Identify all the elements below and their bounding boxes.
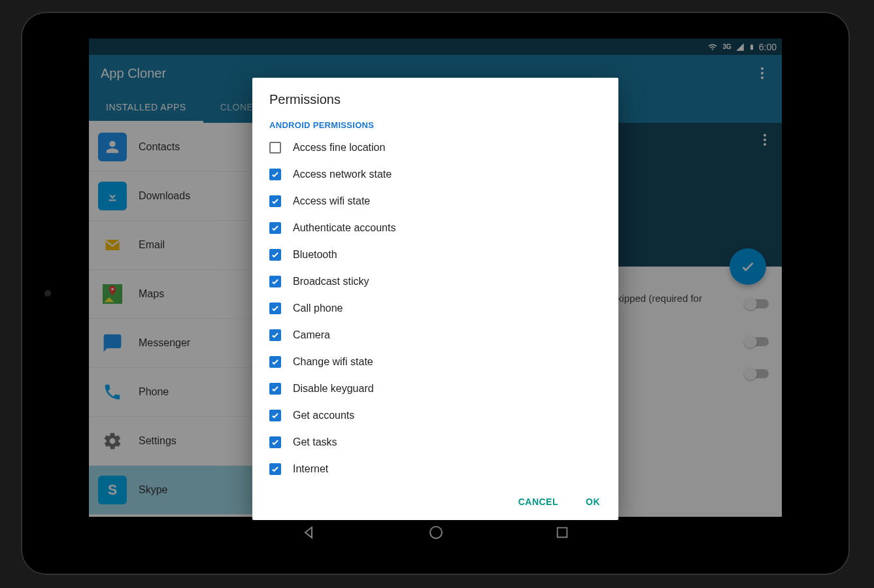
permission-row[interactable]: Access wifi state (269, 188, 601, 214)
check-icon (271, 304, 280, 313)
tablet-camera (44, 290, 51, 297)
permission-list[interactable]: Access fine locationAccess network state… (252, 130, 618, 485)
permission-label: Authenticate accounts (293, 222, 395, 234)
permission-label: Change wifi state (293, 356, 373, 368)
permission-row[interactable]: Camera (269, 321, 601, 348)
permission-label: Get tasks (293, 436, 337, 448)
ok-button[interactable]: OK (580, 493, 605, 511)
check-icon (271, 411, 280, 420)
permission-row[interactable]: Change wifi state (269, 348, 601, 375)
permission-row[interactable]: Disable keyguard (269, 375, 601, 402)
permission-label: Disable keyguard (293, 383, 374, 395)
dialog-section-header: ANDROID PERMISSIONS (252, 114, 618, 130)
check-icon (271, 170, 280, 179)
permission-label: Access wifi state (293, 195, 370, 207)
permission-label: Call phone (293, 302, 343, 314)
permission-row[interactable]: Access network state (269, 161, 601, 188)
permission-row[interactable]: Get tasks (269, 429, 601, 455)
check-icon (271, 384, 280, 393)
screen: 3G 6:00 App Cloner INSTALLED APPS CLONED… (89, 39, 782, 548)
check-icon (271, 357, 280, 367)
check-icon (271, 438, 280, 447)
permission-row[interactable]: Internet (269, 455, 601, 482)
permission-row[interactable]: Get accounts (269, 402, 601, 429)
check-icon (271, 465, 280, 474)
permission-row[interactable]: Access fine location (269, 134, 601, 161)
permission-row[interactable]: Call phone (269, 295, 601, 321)
checkbox[interactable] (269, 356, 281, 368)
check-icon (271, 331, 280, 340)
permission-label: Bluetooth (293, 249, 337, 261)
permission-row[interactable]: Authenticate accounts (269, 214, 601, 241)
check-icon (271, 223, 280, 233)
permission-label: Camera (293, 329, 330, 341)
dialog-title: Permissions (252, 78, 618, 114)
checkbox[interactable] (269, 195, 281, 207)
checkbox[interactable] (269, 302, 281, 314)
checkbox[interactable] (269, 169, 281, 180)
permission-row[interactable]: Bluetooth (269, 241, 601, 268)
check-icon (271, 197, 280, 206)
check-icon (271, 250, 280, 259)
checkbox[interactable] (269, 142, 281, 154)
tablet-frame: 3G 6:00 App Cloner INSTALLED APPS CLONED… (21, 12, 850, 575)
checkbox[interactable] (269, 410, 281, 421)
permission-label: Get accounts (293, 410, 354, 421)
dialog-actions: CANCEL OK (252, 485, 618, 520)
permission-label: Access fine location (293, 142, 385, 154)
permission-label: Access network state (293, 169, 392, 180)
checkbox[interactable] (269, 249, 281, 261)
checkbox[interactable] (269, 383, 281, 395)
permission-label: Broadcast sticky (293, 276, 369, 287)
checkbox[interactable] (269, 436, 281, 448)
checkbox[interactable] (269, 222, 281, 234)
checkbox[interactable] (269, 463, 281, 475)
checkbox[interactable] (269, 276, 281, 287)
dialog-scrim[interactable]: Permissions ANDROID PERMISSIONS Access f… (89, 39, 782, 548)
permission-row[interactable]: Broadcast sticky (269, 268, 601, 295)
permissions-dialog: Permissions ANDROID PERMISSIONS Access f… (252, 78, 618, 520)
cancel-button[interactable]: CANCEL (513, 493, 563, 511)
permission-label: Internet (293, 463, 328, 475)
check-icon (271, 277, 280, 286)
checkbox[interactable] (269, 329, 281, 341)
